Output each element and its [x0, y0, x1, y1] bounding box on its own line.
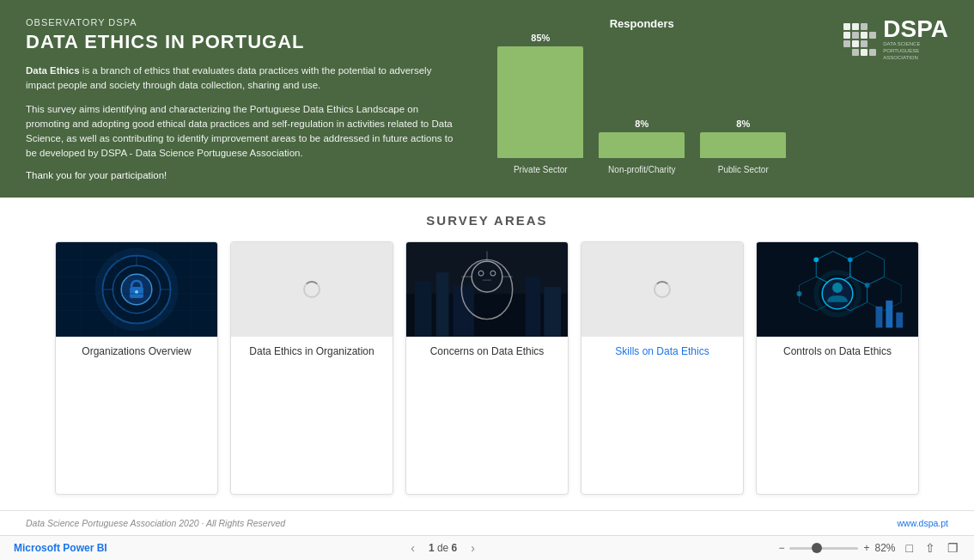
bar-label: Non-profit/Charity — [599, 165, 685, 174]
chart-bars-container: 85%Private Sector8%Non-profit/Charity8%P… — [497, 37, 786, 174]
logo-grid-icon — [843, 23, 876, 56]
zoom-percent: 82% — [875, 542, 896, 554]
prev-page-button[interactable]: ‹ — [405, 539, 420, 557]
hero-section: OBSERVATORY DSPA DATA ETHICS IN PORTUGAL… — [0, 0, 974, 198]
hero-description: Data Ethics is a branch of ethics that e… — [26, 64, 457, 94]
card-concerns-data-ethics[interactable]: Concerns on Data Ethics — [405, 241, 569, 496]
hero-title: DATA ETHICS IN PORTUGAL — [26, 31, 457, 53]
page-separator: de — [437, 542, 452, 554]
bar-rect — [497, 46, 583, 158]
card-2-image — [231, 242, 393, 337]
svg-rect-19 — [436, 272, 449, 336]
bar-value: 8% — [635, 119, 648, 129]
svg-rect-43 — [876, 306, 883, 327]
svg-rect-44 — [886, 300, 892, 327]
logo-text-area: DSPA DATA SCIENCEPORTUGUESE ASSOCIATION — [883, 17, 948, 61]
zoom-controls: − + 82% □ ⇧ ❐ — [778, 539, 960, 557]
app-name-link[interactable]: Microsoft Power BI — [14, 542, 107, 554]
survey-cards-row: Organizations Overview Data Ethics in Or… — [26, 241, 948, 496]
svg-point-4 — [135, 289, 138, 293]
logo-cell — [843, 40, 850, 47]
logo-cell — [869, 49, 876, 56]
bottom-bar: Microsoft Power BI ‹ 1 de 6 › − + 82% □ … — [0, 535, 974, 560]
card-organizations-overview[interactable]: Organizations Overview — [55, 241, 218, 496]
logo-cell — [843, 23, 850, 30]
svg-rect-45 — [896, 312, 903, 327]
responders-chart: Responders 85%Private Sector8%Non-profit… — [457, 17, 826, 174]
footer-copyright: Data Science Portuguese Association 2020… — [26, 518, 285, 528]
chart-title: Responders — [610, 17, 674, 30]
bar-rect — [700, 132, 786, 158]
loading-spinner-4 — [654, 281, 671, 298]
card-3-label: Concerns on Data Ethics — [406, 337, 568, 366]
zoom-control-group: − + 82% — [778, 542, 895, 554]
hero-desc-rest: is a branch of ethics that evaluates dat… — [26, 65, 431, 90]
logo-cell — [852, 40, 859, 47]
card-2-label: Data Ethics in Organization — [231, 337, 393, 366]
logo-cell — [852, 49, 859, 56]
svg-rect-21 — [526, 277, 541, 336]
bar-label: Private Sector — [497, 165, 583, 174]
logo-cell — [861, 23, 867, 30]
zoom-plus-icon[interactable]: + — [863, 542, 869, 554]
logo-cell — [852, 23, 859, 30]
total-pages: 6 — [452, 542, 458, 554]
svg-rect-20 — [453, 285, 474, 336]
logo-main-text: DSPA — [883, 17, 948, 41]
svg-rect-18 — [415, 281, 432, 336]
logo-cell — [843, 32, 850, 39]
svg-point-39 — [813, 257, 819, 262]
page-indicator: 1 de 6 — [429, 542, 457, 554]
card-controls-data-ethics[interactable]: Controls on Data Ethics — [756, 241, 919, 496]
bar-group: 8%Non-profit/Charity — [599, 119, 685, 174]
zoom-minus-icon[interactable]: − — [778, 542, 784, 554]
svg-point-41 — [865, 283, 870, 288]
bar-value: 85% — [531, 33, 550, 43]
bar-value: 8% — [736, 119, 750, 129]
fullscreen-icon[interactable]: ❐ — [946, 539, 960, 557]
next-page-button[interactable]: › — [466, 539, 480, 557]
logo-cell — [861, 49, 867, 56]
svg-point-29 — [490, 271, 496, 276]
card-4-image — [581, 242, 743, 337]
svg-point-28 — [478, 271, 484, 276]
footer: Data Science Portuguese Association 2020… — [0, 510, 974, 535]
logo-sub-text: DATA SCIENCEPORTUGUESE ASSOCIATION — [883, 41, 943, 61]
footer-link[interactable]: www.dspa.pt — [897, 518, 948, 528]
bar-label: Public Sector — [700, 165, 786, 174]
data-ethics-bold: Data Ethics — [26, 65, 80, 76]
card-4-label[interactable]: Skills on Data Ethics — [581, 337, 743, 366]
card-data-ethics-org[interactable]: Data Ethics in Organization — [230, 241, 393, 496]
card-5-image — [757, 242, 918, 337]
page-navigation: ‹ 1 de 6 › — [405, 539, 480, 557]
bar-rect — [599, 132, 685, 158]
svg-point-24 — [472, 261, 502, 292]
svg-point-40 — [848, 257, 853, 262]
fit-screen-icon[interactable]: □ — [904, 539, 915, 557]
svg-point-42 — [797, 290, 802, 295]
card-3-image — [406, 242, 568, 337]
logo: DSPA DATA SCIENCEPORTUGUESE ASSOCIATION — [843, 17, 948, 61]
logo-cell — [869, 32, 876, 39]
current-page: 1 — [429, 542, 435, 554]
hero-text: OBSERVATORY DSPA DATA ETHICS IN PORTUGAL… — [26, 17, 457, 180]
zoom-slider[interactable] — [789, 547, 858, 550]
section-title: SURVEY AREAS — [26, 213, 948, 228]
logo-cell — [861, 40, 867, 47]
hero-subtitle: OBSERVATORY DSPA — [26, 17, 457, 27]
card-1-image — [56, 242, 217, 337]
share-icon[interactable]: ⇧ — [923, 539, 937, 557]
bar-group: 8%Public Sector — [700, 119, 786, 174]
loading-spinner-2 — [303, 281, 320, 298]
logo-cell — [852, 32, 859, 39]
card-skills-data-ethics[interactable]: Skills on Data Ethics — [581, 241, 744, 496]
svg-rect-22 — [544, 287, 561, 336]
hero-survey-text: This survey aims identifying and charact… — [26, 102, 457, 161]
bar-group: 85%Private Sector — [497, 33, 583, 174]
card-5-label: Controls on Data Ethics — [757, 337, 918, 366]
svg-point-38 — [832, 283, 843, 293]
main-content: SURVEY AREAS — [0, 198, 974, 511]
card-1-label: Organizations Overview — [56, 337, 217, 366]
logo-cell — [861, 32, 867, 39]
hero-thanks: Thank you for your participation! — [26, 170, 457, 180]
